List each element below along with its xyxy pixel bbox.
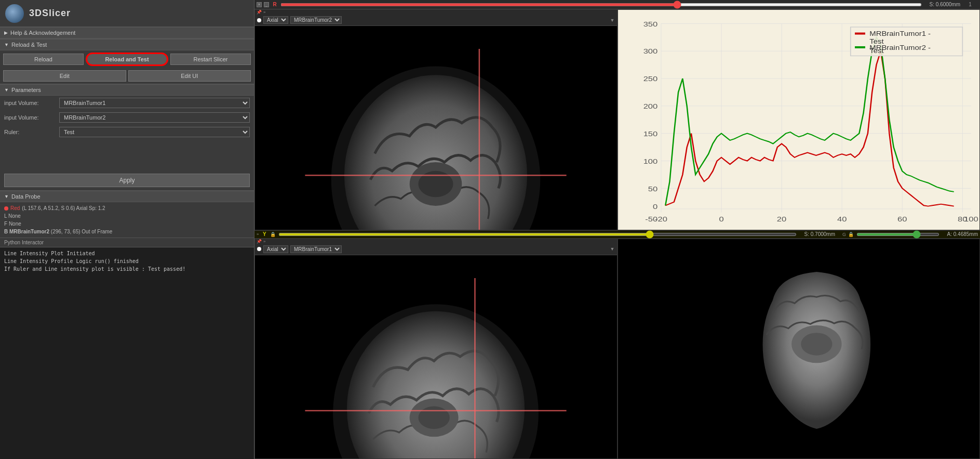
volume-select-top-left[interactable]: MRBrainTumor2 [290,16,342,24]
help-section-label: Help & Acknowledgement [10,30,75,36]
edit-ui-button[interactable]: Edit UI [128,70,251,82]
python-section: Python Interactor Line Intensity Plot In… [0,238,254,459]
probe-red-info: (L 157.6, A 51.2, S 0.6) Axial Sp: 1.2 [22,204,105,212]
vp-bottom-right-scan: B: MRBrainTumor2 [618,239,980,460]
params-section-header[interactable]: ▼ Parameters [0,84,254,96]
params-triangle-icon: ▼ [4,87,9,93]
orientation-select-top-left[interactable]: Axial [263,16,288,24]
input-vol2-label: input Volume: [4,114,56,121]
g-slider-input[interactable] [856,233,939,236]
win-close-icon[interactable]: ✕ [257,2,262,7]
svg-text:60: 60 [897,215,907,222]
svg-text:0: 0 [719,215,723,222]
svg-text:0: 0 [653,203,657,211]
r-slider-label: R [271,2,278,7]
ruler-row: Ruler: Test [0,125,254,139]
edit-button-row: Edit Edit UI [0,68,254,84]
probe-b-info: (296, 73, 65) Out of Frame [51,229,112,234]
volume-select-bottom-left[interactable]: MRBrainTumor1 [290,245,342,253]
brain-mri-bottom-left [282,278,589,459]
reload-section-label: Reload & Test [11,42,47,48]
ruler-label: Ruler: [4,129,56,135]
svg-text:200: 200 [643,102,657,110]
svg-text:100: 100 [643,157,657,165]
vp-arrows-2: » [263,239,265,244]
svg-text:100: 100 [964,215,978,222]
svg-point-47 [419,406,450,429]
mid-arrows: » [257,232,259,237]
y-slider-value: S: 0.7000mm [799,231,835,237]
logo-bar: 3DSlicer [0,0,254,27]
probe-red-row: Red (L 157.6, A 51.2, S 0.6) Axial Sp: 1… [4,204,250,212]
input-vol1-select[interactable]: MRBrainTumor1 [59,98,250,108]
g-slider-value: A: 0.4685mm [942,231,978,237]
data-probe-label: Data Probe [11,193,41,200]
r-slider-value: S: 0.6000mm [924,2,960,7]
reload-and-test-button[interactable]: Reload and Test [86,53,168,66]
g-lock-icon: 🔒 [848,232,854,237]
y-slider-input[interactable] [278,233,797,236]
logo-icon [5,4,24,23]
input-vol1-row: input Volume: MRBrainTumor1 [0,96,254,110]
svg-text:-20: -20 [654,215,667,222]
bottom-row: 📌 » Axial MRBrainTumor1 ▼ [254,239,980,460]
left-panel: 3DSlicer ▶ Help & Acknowledgement ▼ Relo… [0,0,254,459]
probe-red-label: Red [10,204,20,212]
python-line1: Line Intensity Plot Initiated [4,250,250,257]
ruler-select[interactable]: Test [59,127,250,137]
win-min-icon[interactable]: _ [264,2,269,7]
top-row: 📌 » Axial MRBrainTumor2 ▼ [254,9,980,230]
orientation-select-bottom-left[interactable]: Axial [263,245,288,253]
svg-rect-41 [855,46,865,48]
viewport-bottom-left: 📌 » Axial MRBrainTumor1 ▼ [254,239,617,460]
python-label: Python Interactor [0,238,254,247]
vp-bottom-left-toolbar: Axial MRBrainTumor1 ▼ [255,244,617,255]
pin-icon-2: 📌 [257,239,262,244]
app-title: 3DSlicer [29,8,71,19]
svg-rect-38 [855,33,865,35]
g-section-label: G [842,232,846,237]
probe-f-label: F None [4,221,21,227]
red-dot-icon [4,206,8,211]
vp-arrows: » [263,10,265,15]
input-vol2-row: input Volume: MRBrainTumor2 [0,110,254,125]
apply-button[interactable]: Apply [4,174,250,187]
svg-text:250: 250 [643,75,657,83]
vp-top-left-toolbar: Axial MRBrainTumor2 ▼ [255,15,617,26]
probe-l-label: L None [4,213,21,219]
python-console: Line Intensity Plot Initiated Line Inten… [0,247,254,275]
params-section-label: Parameters [11,87,41,93]
edit-button[interactable]: Edit [3,70,126,82]
reload-section: ▼ Reload & Test Reload Reload and Test R… [0,39,254,84]
help-section: ▶ Help & Acknowledgement [0,27,254,39]
probe-b-label: B MRBrainTumor2 [4,229,49,234]
vp-menu-btn-2[interactable]: ▼ [610,246,615,252]
chart-svg: 350 300 250 200 150 100 50 0 -50 -20 0 [618,10,980,230]
svg-text:MRBrainTumor1 -: MRBrainTumor1 - [869,31,931,37]
svg-text:50: 50 [648,185,657,192]
svg-text:Test: Test [869,48,884,55]
vp-bottom-left-scan: B: MRBrainTumor1 • • • [255,255,617,460]
main-layout: 📌 » Axial MRBrainTumor2 ▼ [254,9,980,459]
r-slider-input[interactable] [280,3,922,6]
input-vol2-select[interactable]: MRBrainTumor2 [59,112,250,123]
vp-bottom-left-icon-row: 📌 » [255,239,617,244]
svg-text:350: 350 [643,20,657,28]
right-area: ✕ _ R S: 0.6000mm 1 📌 » Axial [254,0,980,459]
brain-mri-top-left [282,49,589,230]
data-probe-content: Red (L 157.6, A 51.2, S 0.6) Axial Sp: 1… [0,202,254,238]
reload-button[interactable]: Reload [3,54,84,65]
reload-section-header[interactable]: ▼ Reload & Test [0,39,254,50]
r-slider-bar: ✕ _ R S: 0.6000mm 1 [254,0,980,9]
vp-top-left-scan: B: MRBrainTumor2 [255,26,617,230]
data-probe-header[interactable]: ▼ Data Probe [0,191,254,202]
restart-slicer-button[interactable]: Restart Slicer [170,54,251,65]
reload-triangle-icon: ▼ [4,42,9,47]
vp-menu-btn[interactable]: ▼ [610,18,615,23]
svg-text:150: 150 [643,130,657,138]
help-section-header[interactable]: ▶ Help & Acknowledgement [0,27,254,38]
svg-text:20: 20 [776,215,786,222]
y-slider-label: Y [261,231,268,237]
params-section: ▼ Parameters input Volume: MRBrainTumor1… [0,84,254,191]
brain-mri-coronal [699,263,934,451]
